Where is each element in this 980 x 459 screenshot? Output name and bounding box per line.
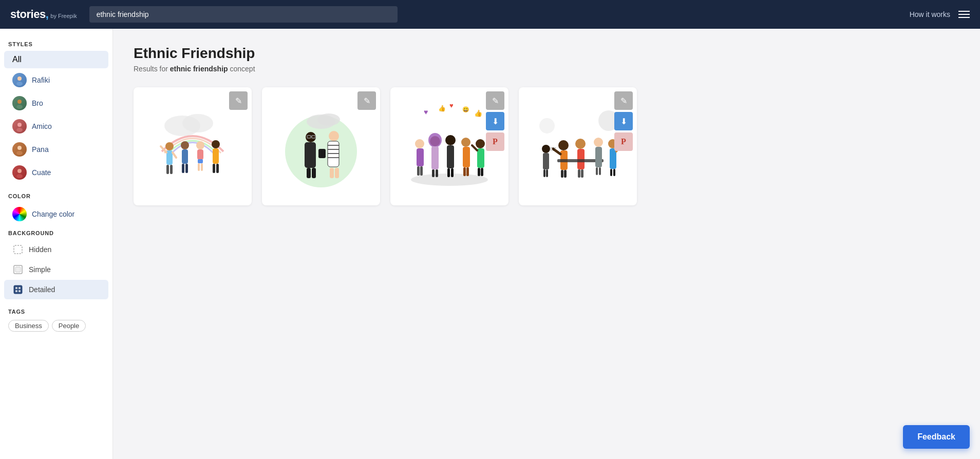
avatar-cuate — [12, 165, 27, 180]
svg-point-81 — [476, 139, 485, 148]
svg-rect-37 — [213, 164, 215, 173]
sidebar-item-cuate[interactable]: Cuate — [4, 161, 108, 184]
illustration-2 — [275, 100, 367, 193]
simple-bg-label: Simple — [29, 265, 51, 274]
svg-rect-100 — [578, 169, 580, 178]
sidebar: STYLES All Rafiki Bro — [0, 29, 113, 459]
svg-rect-80 — [466, 167, 469, 176]
svg-point-77 — [461, 138, 470, 147]
card-1-edit-button[interactable]: ✎ — [229, 91, 248, 110]
svg-rect-10 — [14, 245, 22, 254]
svg-text:👍: 👍 — [438, 104, 446, 112]
sidebar-item-bro[interactable]: Bro — [4, 92, 108, 114]
svg-rect-97 — [564, 170, 567, 178]
svg-point-103 — [594, 138, 603, 147]
pinterest-icon-3: P — [493, 137, 498, 146]
sidebar-item-label-amico: Amico — [32, 122, 52, 130]
svg-text:☞: ☞ — [550, 145, 557, 153]
sidebar-item-label-cuate: Cuate — [32, 168, 51, 177]
sidebar-item-pana[interactable]: Pana — [4, 138, 108, 161]
svg-point-9 — [16, 174, 23, 178]
change-color-button[interactable]: Change color — [4, 203, 108, 225]
illustration-card-1[interactable]: ✎ — [134, 87, 252, 205]
menu-icon[interactable] — [958, 11, 970, 18]
svg-point-8 — [17, 169, 22, 173]
svg-rect-72 — [436, 169, 438, 177]
search-input[interactable] — [89, 6, 398, 23]
svg-rect-36 — [213, 148, 219, 164]
svg-point-20 — [165, 142, 174, 150]
svg-rect-48 — [312, 168, 316, 178]
avatar-rafiki — [12, 73, 27, 87]
page-title: Ethnic Friendship — [134, 45, 959, 62]
card-2-actions: ✎ — [357, 91, 376, 110]
edit-icon-4: ✎ — [620, 96, 627, 106]
illustration-card-3[interactable]: ♥ 👍 ♥ 😀 👍 — [390, 87, 508, 205]
change-color-label: Change color — [32, 210, 74, 218]
illustration-4: ☞ — [532, 100, 624, 193]
svg-point-73 — [445, 135, 456, 145]
logo-dot: , — [46, 8, 49, 21]
card-4-actions: ✎ ⬇ P — [614, 91, 633, 151]
sidebar-item-all[interactable]: All — [4, 51, 108, 68]
detailed-bg-label: Detailed — [29, 285, 55, 294]
svg-point-3 — [16, 105, 23, 109]
sidebar-item-hidden[interactable]: Hidden — [4, 240, 108, 259]
card-3-download-button[interactable]: ⬇ — [486, 112, 504, 130]
content-area: Ethnic Friendship Results for ethnic fri… — [113, 29, 980, 459]
svg-rect-31 — [197, 149, 203, 160]
tags-section-title: TAGS — [0, 304, 112, 318]
edit-icon-2: ✎ — [364, 96, 370, 106]
svg-rect-90 — [543, 169, 545, 177]
svg-rect-14 — [15, 287, 17, 289]
subtitle-keyword: ethnic friendship — [170, 65, 228, 73]
svg-rect-79 — [463, 167, 466, 176]
svg-rect-104 — [595, 147, 602, 167]
svg-rect-91 — [546, 169, 548, 177]
color-section: COLOR Change color — [0, 189, 112, 225]
color-wheel-icon — [12, 207, 27, 221]
background-section-title: BACKGROUND — [0, 226, 112, 239]
svg-rect-24 — [166, 165, 169, 174]
svg-rect-101 — [581, 169, 583, 178]
illustration-card-2[interactable]: ✎ — [262, 87, 380, 205]
how-it-works-link[interactable]: How it works — [910, 10, 950, 18]
card-3-edit-button[interactable]: ✎ — [486, 91, 504, 110]
download-icon-4: ⬇ — [620, 117, 627, 126]
detailed-bg-icon — [12, 284, 24, 295]
illustration-1 — [146, 100, 239, 193]
svg-rect-56 — [330, 168, 334, 178]
svg-rect-15 — [18, 287, 21, 289]
sidebar-item-simple[interactable]: Simple — [4, 260, 108, 279]
illustration-card-4[interactable]: ☞ — [519, 87, 637, 205]
svg-rect-71 — [432, 169, 435, 177]
card-4-download-button[interactable]: ⬇ — [614, 112, 633, 130]
tag-people[interactable]: People — [52, 320, 86, 332]
card-4-edit-button[interactable]: ✎ — [614, 91, 633, 110]
sidebar-item-rafiki[interactable]: Rafiki — [4, 69, 108, 91]
svg-point-6 — [17, 146, 22, 150]
card-3-pinterest-button[interactable]: P — [486, 132, 504, 151]
svg-rect-82 — [477, 148, 484, 168]
svg-rect-29 — [185, 164, 188, 173]
sidebar-item-detailed[interactable]: Detailed — [4, 280, 108, 299]
svg-point-69 — [428, 133, 442, 147]
card-2-edit-button[interactable]: ✎ — [357, 91, 376, 110]
svg-point-5 — [16, 128, 23, 132]
feedback-button[interactable]: Feedback — [903, 425, 970, 449]
tag-business[interactable]: Business — [8, 320, 49, 332]
svg-rect-57 — [335, 168, 339, 178]
svg-point-64 — [415, 139, 424, 148]
content-subtitle: Results for ethnic friendship concept — [134, 65, 959, 73]
svg-rect-89 — [543, 153, 549, 169]
sidebar-item-label-bro: Bro — [32, 99, 43, 107]
svg-rect-65 — [417, 148, 424, 166]
svg-rect-66 — [417, 166, 420, 176]
sidebar-item-amico[interactable]: Amico — [4, 115, 108, 138]
card-4-pinterest-button[interactable]: P — [614, 132, 633, 151]
header: stories, by Freepik How it works — [0, 0, 980, 29]
svg-rect-105 — [596, 167, 598, 175]
svg-rect-13 — [14, 285, 22, 294]
svg-rect-47 — [307, 168, 311, 178]
svg-rect-28 — [182, 164, 184, 173]
